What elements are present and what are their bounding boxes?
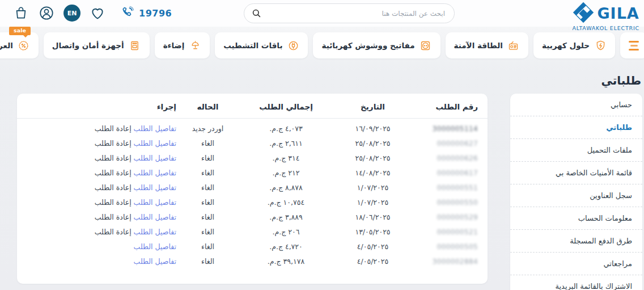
reorder-link[interactable]: إعادة الطلب [95, 139, 132, 148]
sale-badge: sale [9, 27, 31, 35]
search-bar [244, 3, 455, 23]
order-total: ٢,٦١١ ج.م. [237, 136, 335, 151]
order-total: ٢١٢ ج.م. [237, 166, 335, 180]
order-status: اوردر جديد [179, 119, 237, 136]
column-header: إجراء [17, 94, 179, 119]
sidebar-item[interactable]: الاشتراك بالقائمة البريدية [510, 275, 642, 290]
order-details-link[interactable]: تفاصيل الطلب [134, 169, 176, 177]
order-row: 000000550١/٠٧/٢٠٢٥١٠,٧٥٤ ج.م.الغاءتفاصيل… [17, 195, 488, 210]
sidebar-item[interactable]: سجل العناوين [510, 184, 642, 207]
nav-item[interactable]: باقات التشطيب [215, 32, 308, 58]
phone-icon [121, 5, 135, 21]
sidebar-item[interactable]: معلومات الحساب [510, 207, 642, 230]
orders-card: رقم الطلبالتاريخإجمالي الطلبالحالهإجراء … [17, 94, 488, 284]
nav-item[interactable]: العروضsale [0, 32, 39, 58]
order-details-link[interactable]: تفاصيل الطلب [134, 198, 176, 207]
order-details-link[interactable]: تفاصيل الطلب [134, 183, 176, 192]
cart-bag-icon[interactable] [12, 5, 29, 22]
order-date: ٤/٠٥/٢٠٢٥ [335, 239, 410, 254]
reorder-link[interactable]: إعادة الطلب [95, 124, 132, 133]
reorder-link[interactable]: إعادة الطلب [95, 183, 132, 192]
order-row: 3000002884٤/٠٥/٢٠٢٥٣٩,١٧٨ ج.م.الغاءتفاصي… [17, 254, 488, 269]
intercom-icon [129, 39, 141, 52]
order-status: الغاء [179, 225, 237, 239]
reorder-link[interactable]: إعادة الطلب [95, 169, 132, 177]
page-title: طلباتي [510, 74, 641, 87]
order-status: الغاء [179, 239, 237, 254]
power-device-icon [507, 39, 520, 52]
top-header: EN 19796 [0, 0, 644, 27]
nav-item[interactable]: حلول كهربية [533, 32, 615, 58]
language-toggle-button[interactable]: EN [63, 5, 80, 22]
order-total: ٨,٨٧٨ ج.م. [237, 180, 335, 195]
wishlist-heart-icon[interactable] [89, 5, 106, 22]
reorder-link[interactable]: إعادة الطلب [95, 154, 132, 162]
order-details-link[interactable]: تفاصيل الطلب [134, 228, 176, 236]
menu-button[interactable] [620, 32, 644, 58]
order-total: ١٠,٧٥٤ ج.م. [237, 195, 335, 210]
order-status: الغاء [179, 151, 237, 166]
order-row: 000000627٢٥/٠٨/٢٠٢٥٢,٦١١ ج.م.الغاءتفاصيل… [17, 136, 488, 151]
order-number: 000000626 [437, 154, 478, 162]
order-number: 3000005114 [433, 125, 478, 133]
nav-item[interactable]: إضاءة [155, 32, 210, 58]
nav-item[interactable]: الطاقة الآمنة [446, 32, 528, 58]
percent-icon [18, 39, 30, 52]
order-status: الغاء [179, 180, 237, 195]
sidebar-item[interactable]: حسابي [510, 94, 642, 116]
orders-table: رقم الطلبالتاريخإجمالي الطلبالحالهإجراء … [17, 94, 488, 269]
nav-item-label: مفاتيح ووشوش كهربائية [321, 41, 414, 50]
nav-item-label: إضاءة [163, 41, 185, 50]
order-date: ١٨/٠٦/٢٠٢٥ [335, 210, 410, 225]
logo-diamond-icon [572, 1, 595, 26]
reorder-link[interactable]: إعادة الطلب [95, 228, 132, 236]
sidebar-item[interactable]: طلباتي [510, 116, 642, 139]
order-number: 000000627 [437, 140, 478, 148]
order-details-link[interactable]: تفاصيل الطلب [134, 154, 176, 162]
order-details-link[interactable]: تفاصيل الطلب [134, 124, 176, 133]
order-details-link[interactable]: تفاصيل الطلب [134, 257, 176, 266]
site-logo[interactable]: GILA ALTAWAKOL ELECTRIC [572, 1, 639, 31]
search-input[interactable] [244, 3, 455, 23]
order-details-link[interactable]: تفاصيل الطلب [134, 213, 176, 221]
order-total: ٣٩,١٧٨ ج.م. [237, 254, 335, 269]
hotline[interactable]: 19796 [121, 5, 172, 21]
order-date: ١/٠٧/٢٠٢٥ [335, 195, 410, 210]
sidebar-item[interactable]: مراجعاتي [510, 253, 642, 275]
order-row: 000000505٤/٠٥/٢٠٢٥٤,٧٢٠ ج.م.الغاءتفاصيل … [17, 239, 488, 254]
reorder-link[interactable]: إعادة الطلب [95, 213, 132, 221]
order-date: ٢٥/٠٨/٢٠٢٥ [335, 136, 410, 151]
nav-item-label: العروض [0, 41, 13, 50]
sidebar-item[interactable]: طرق الدفع المسجلة [510, 230, 642, 253]
order-details-link[interactable]: تفاصيل الطلب [134, 139, 176, 148]
lamp-icon [189, 39, 201, 52]
order-number: 000000617 [437, 169, 478, 177]
column-header: رقم الطلب [410, 94, 488, 119]
order-details-link[interactable]: تفاصيل الطلب [134, 242, 176, 251]
order-row: 000000551١/٠٧/٢٠٢٥٨,٨٧٨ ج.م.الغاءتفاصيل … [17, 180, 488, 195]
account-user-icon[interactable] [38, 5, 55, 22]
reorder-link[interactable]: إعادة الطلب [95, 198, 132, 207]
order-row: 3000005114١٦/٠٩/٢٠٢٥٤,٠٧٣ ج.م.اوردر جديد… [17, 119, 488, 136]
order-date: ١٦/٠٩/٢٠٢٥ [335, 119, 410, 136]
socket-icon [420, 39, 432, 52]
order-row: 000000529١٨/٠٦/٢٠٢٥٣,٨٨٩ ج.م.الغاءتفاصيل… [17, 210, 488, 225]
order-number: 000000529 [437, 213, 478, 221]
logo-subtitle: ALTAWAKOL ELECTRIC [572, 25, 639, 31]
nav-item-label: الطاقة الآمنة [454, 41, 503, 50]
phone-number: 19796 [139, 8, 172, 19]
sidebar-item[interactable]: قائمة الأمنيات الخاصة بي [510, 162, 642, 184]
nav-item[interactable]: أجهزة أمان واتصال [44, 32, 150, 58]
order-number: 000000551 [437, 184, 478, 192]
nav-item[interactable]: مفاتيح ووشوش كهربائية [313, 32, 440, 58]
hamburger-icon [629, 41, 639, 43]
order-total: ٤,٠٧٣ ج.م. [237, 119, 335, 136]
order-row: 000000521١٣/٠٥/٢٠٢٥٢٠٦ ج.م.الغاءتفاصيل ا… [17, 225, 488, 239]
sidebar-item[interactable]: ملفات التحميل [510, 139, 642, 162]
account-sidebar: حسابيطلباتيملفات التحميلقائمة الأمنيات ا… [510, 94, 642, 290]
order-status: الغاء [179, 166, 237, 180]
order-number: 000000521 [437, 228, 478, 236]
order-total: ٢٠٦ ج.م. [237, 225, 335, 239]
column-header: الحاله [179, 94, 237, 119]
shield-bolt-icon [594, 39, 607, 52]
